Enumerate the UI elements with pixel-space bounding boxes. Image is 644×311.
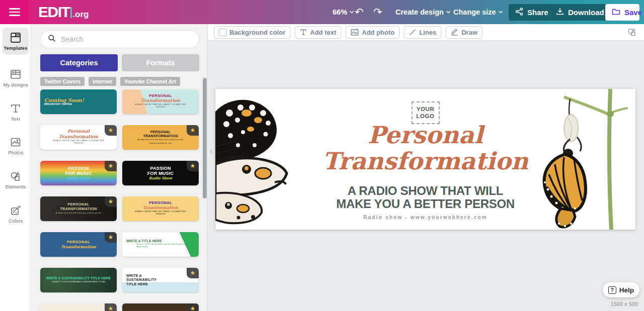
sidebar-item-photos[interactable]: Photos (3, 132, 29, 159)
premium-star-badge: ★ (105, 196, 117, 207)
template-thumbnail-personal-transformation-dark-mic[interactable]: PERSONALTRANSFORMATIONA radio show that … (40, 196, 117, 221)
tag-youtube-channel-art[interactable]: Youtube Channel Art (120, 77, 180, 86)
zoom-level-dropdown[interactable]: 66% (333, 0, 354, 24)
template-thumbnail-personal-transformation-flowers[interactable]: PERSONALTransformationA RADIO SHOW THAT … (122, 89, 199, 114)
sidebar-item-templates[interactable]: Templates (3, 28, 29, 55)
template-thumbnail-text: WRITE A (126, 274, 142, 278)
change-size-dropdown[interactable]: Change size (453, 0, 503, 24)
template-thumbnail-write-a-title-green[interactable]: WRITE A TITLE HEREWrite a Call for Susta… (122, 232, 199, 257)
templates-icon (10, 32, 22, 44)
premium-star-badge: ★ (105, 161, 117, 171)
premium-star-badge: ★ (187, 125, 199, 136)
edit-org-editor: EDIT.org 66% ↶ ↷ Create design Change si… (0, 0, 644, 311)
create-design-label: Create design (395, 8, 444, 16)
template-thumbnail-text: PERSONAL (149, 93, 172, 98)
redo-button[interactable]: ↷ (373, 0, 382, 24)
add-text-label: Add text (310, 29, 336, 36)
zoom-level-value: 66% (333, 8, 347, 16)
add-photo-label: Add photo (362, 29, 394, 36)
sidebar-item-label: My designs (3, 82, 28, 87)
template-thumbnail-text: A radio show that will make you a better… (56, 212, 102, 214)
sidebar-item-label: Templates (4, 45, 27, 51)
template-thumbnail-personal-transformation-butterfly[interactable]: PersonalTransformationA RADIO SHOW THAT … (40, 125, 117, 150)
template-thumbnail-text: PASSION (68, 166, 89, 171)
template-thumbnail-passion-for-music-rainbow[interactable]: PASSIONFOR MUSICRadio Show★ (40, 161, 117, 185)
template-thumbnail-text: Transformation (143, 205, 178, 210)
canvas-footer-text[interactable]: Radio show - www.yourwebhere.com (215, 215, 635, 220)
undo-button[interactable]: ↶ (355, 0, 364, 24)
lines-icon (409, 29, 416, 36)
draw-icon (451, 29, 458, 36)
help-icon: ? (608, 286, 616, 294)
template-thumbnail-text: A RADIO SHOW THAT WILL MAKE YOU A BETTER… (51, 139, 106, 144)
save-label: Save (624, 8, 642, 17)
draw-label: Draw (461, 29, 477, 36)
categories-tab[interactable]: Categories (40, 54, 118, 71)
text-icon (10, 102, 22, 115)
help-label: Help (619, 286, 634, 294)
download-label: Download (568, 8, 604, 17)
draw-button[interactable]: Draw (446, 26, 482, 39)
template-thumbnail-text: A RADIO SHOW THAT WILL MAKE YOU A BETTER… (133, 103, 188, 108)
tag-internet[interactable]: Internet (89, 77, 116, 86)
photos-icon (10, 136, 22, 148)
canvas-title-line1[interactable]: Personal (215, 121, 635, 149)
download-icon (556, 8, 564, 17)
template-thumbnail-text: Radio Show (149, 176, 172, 180)
add-photo-button[interactable]: Add photo (346, 26, 399, 39)
search-input[interactable] (61, 35, 192, 43)
template-thumbnail-passion-for-music-black[interactable]: PASSIONFOR MUSICRadio Show★ (122, 161, 199, 185)
sidebar-item-my-designs[interactable]: My designs (3, 64, 29, 91)
template-thumbnail-text: TRANSFORMATION (60, 207, 97, 212)
template-thumbnail-text: PERSONAL (150, 130, 171, 134)
template-thumbnail-sustainability-dark-green[interactable]: WRITE A SUSTAINABILITY TITLE HERESUBMIT … (40, 268, 117, 292)
panel-scrollbar[interactable] (203, 78, 207, 198)
canvas-subtitle[interactable]: A RADIO SHOW THAT WILL MAKE YOU A BETTER… (335, 184, 516, 211)
undo-icon: ↶ (355, 6, 364, 18)
edit-org-logo[interactable]: EDIT.org (38, 4, 89, 21)
lines-button[interactable]: Lines (404, 26, 441, 39)
template-thumbnail-seminar[interactable]: SEMINAR★ (40, 303, 117, 311)
background-color-button[interactable]: Background color (214, 26, 290, 39)
template-thumbnail-crypto[interactable]: Let's talk aboutCRYPTO★ (122, 303, 199, 311)
formats-tab[interactable]: Formats (122, 54, 199, 71)
sidebar-item-text[interactable]: Text (3, 98, 29, 126)
premium-star-badge: ★ (187, 161, 199, 171)
share-button[interactable]: Share (509, 4, 555, 21)
canvas-toolbar: Background color Add text Add photo Line… (208, 24, 644, 41)
sidebar-item-colors[interactable]: Colors (3, 200, 29, 228)
design-canvas[interactable]: YOUR LOGO Personal Transformation A RADI… (215, 89, 635, 230)
download-button[interactable]: Download (549, 4, 611, 21)
sidebar-item-label: Text (11, 116, 20, 122)
logo-brand-text: EDIT (38, 4, 69, 21)
help-button[interactable]: ? Help (603, 282, 639, 297)
template-thumbnail-personal-transformation-mic-yellow[interactable]: PERSONALTRANSFORMATIONA radio show that … (122, 125, 199, 150)
template-thumbnail-text: PASSION (150, 166, 171, 171)
hamburger-menu-button[interactable] (0, 0, 29, 24)
template-thumbnail-sustainability-light-blue[interactable]: WRITE ASUSTAINABILITYTITLE HERE★ (122, 268, 199, 292)
elements-shortcut-icon[interactable] (627, 27, 637, 39)
save-button[interactable]: Save (605, 4, 639, 21)
add-text-button[interactable]: Add text (295, 26, 341, 39)
template-thumbnail-breakfast-coffee[interactable]: Coming Soon!BREAKFAST COFFEE (40, 89, 117, 114)
logo-placeholder-line: YOUR (416, 106, 434, 113)
colors-icon (10, 204, 22, 217)
sidebar-item-label: Elements (6, 184, 26, 189)
template-thumbnail-personal-transformation-blue[interactable]: PERSONALTransformation★ (40, 232, 117, 257)
template-thumbnail-text: Transformation (59, 134, 98, 139)
tag-twitter-covers[interactable]: Twitter Covers (40, 77, 85, 86)
create-design-dropdown[interactable]: Create design (395, 0, 451, 24)
template-thumbnail-personal-transformation-yellow[interactable]: PERSONALTransformationA RADIO SHOW THAT … (122, 196, 199, 221)
premium-star-badge: ★ (105, 303, 117, 311)
my-designs-icon (10, 68, 22, 80)
header: EDIT.org 66% ↶ ↷ Create design Change si… (0, 0, 644, 24)
background-color-label: Background color (229, 29, 285, 36)
sidebar-item-elements[interactable]: Elements (3, 166, 29, 193)
search-icon (48, 34, 56, 44)
collapse-panel-chevron[interactable]: ‹ (208, 147, 215, 155)
template-thumbnail-text: A RADIO SHOW THAT WILL MAKE YOU A BETTER… (133, 210, 188, 215)
hamburger-icon (9, 6, 20, 18)
chevron-down-icon (498, 10, 503, 15)
lines-label: Lines (419, 29, 436, 36)
canvas-title-line2[interactable]: Transformation (215, 147, 635, 175)
